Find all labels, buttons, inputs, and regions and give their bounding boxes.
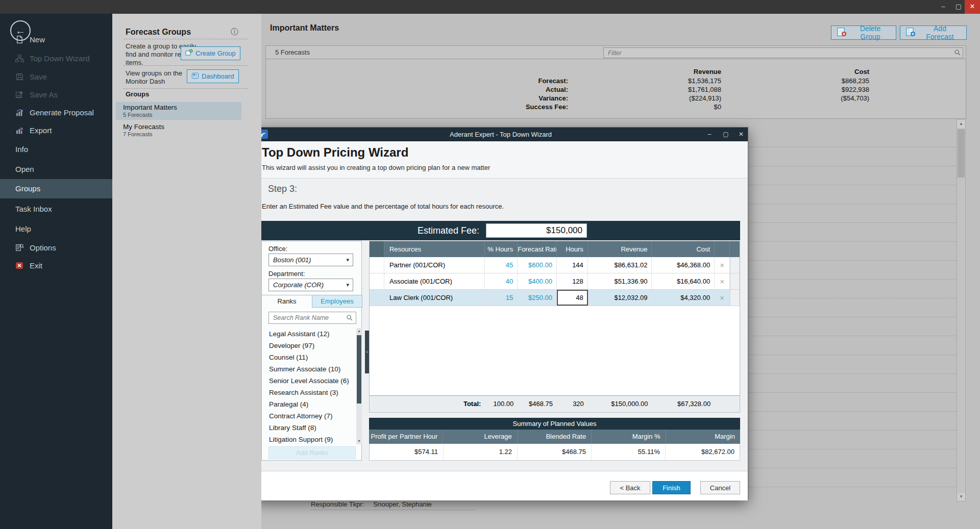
summary-values-row: $574.11 1.22 $468.75 55.11% $82,672.00 [369,444,740,461]
sidebar-item-save[interactable]: Save [0,67,112,87]
department-dropdown[interactable]: Corporate (COR) ▾ [268,279,353,291]
info-icon[interactable]: ⓘ [231,27,238,37]
delete-row-icon[interactable]: × [720,261,724,269]
divider [311,510,475,510]
sidebar-item-options[interactable]: Options [0,238,112,258]
sidebar-item-top-down-wizard[interactable]: Top Down Wizard [0,49,112,68]
estimated-fee-label: Estimated Fee: [418,221,479,240]
sidebar-item-info[interactable]: Info [0,140,112,159]
dashboard-hint: View groups on the Monitor Dash [126,69,182,86]
forecast-rate-cell[interactable]: $250.00 [518,290,557,306]
wizard-title: Top Down Pricing Wizard [262,145,408,160]
hours-cell-focused[interactable]: 48 [557,290,588,306]
scrollbar-thumb[interactable] [357,335,361,404]
tab-employees[interactable]: Employees [312,295,362,308]
sidebar-item-generate-proposal[interactable]: Generate Proposal [0,103,112,122]
sidebar-item-task-inbox[interactable]: Task Inbox [0,199,112,219]
office-dropdown[interactable]: Boston (001) ▾ [268,254,353,266]
scroll-up-icon[interactable]: ▲ [957,120,965,128]
list-item[interactable]: Paralegal (4) [262,398,356,410]
list-item[interactable]: Counsel (11) [262,351,356,363]
table-row: Actual: $1,761,088 $922,938 $838,150 47.… [266,86,967,94]
dialog-maximize-button[interactable]: ▢ [719,128,732,141]
maximize-icon: ▢ [955,3,962,10]
office-label: Office: [268,245,287,253]
filter-input[interactable] [603,47,963,58]
scroll-up-icon[interactable]: ▲ [356,328,362,334]
delete-row-icon[interactable]: × [720,293,724,302]
window-minimize-button[interactable]: – [936,0,951,14]
main-vertical-scrollbar[interactable]: ▲ ▼ [957,119,966,501]
table-row[interactable]: Associate (001/COR) 40 $400.00 128 $51,3… [370,273,740,290]
finish-button[interactable]: Finish [652,481,691,494]
dialog-minimize-button[interactable]: – [703,128,716,141]
rank-search-input[interactable] [269,312,346,323]
sidebar-item-new[interactable]: New [0,30,112,49]
back-button[interactable]: < Back [610,481,650,494]
rank-list-scrollbar[interactable]: ▲ ▼ [356,328,362,444]
screen: – ▢ ✕ ← New Top Down Wizard Save [0,0,980,529]
sidebar-item-help[interactable]: Help [0,219,112,239]
department-label: Department: [268,270,305,278]
sidebar-item-save-as[interactable]: Save As [0,85,112,105]
pct-hours-cell[interactable]: 15 [485,290,518,306]
responsible-tkpr-row: Responsible Tkpr: Snooper, Stephanie [311,500,432,508]
window-titlebar: – ▢ ✕ [0,0,980,14]
table-row-selected[interactable]: Law Clerk (001/COR) 15 $250.00 48 $12,03… [370,290,740,306]
cancel-button[interactable]: Cancel [700,481,740,494]
forecast-rate-cell[interactable]: $400.00 [518,273,557,289]
group-item-my-forecasts[interactable]: My Forecasts 7 Forecasts [116,121,241,139]
resource-table-total-row: Total: 100.00 $468.75 320 $150,000.00 $6… [370,395,740,412]
group-item-important-matters[interactable]: Important Matters 5 Forecasts [116,102,241,120]
list-item[interactable]: Research Assistant (3) [262,387,356,398]
collapse-panel-handle[interactable]: ‹ [365,331,369,373]
step-instruction: Enter an Estimated Fee value and the per… [262,203,504,210]
search-icon[interactable] [954,49,961,56]
wizard-header: Top Down Pricing Wizard This wizard will… [254,141,748,179]
list-item[interactable]: Legal Assistant (12) [262,328,356,340]
close-icon: ✕ [970,3,975,10]
minimize-icon: – [941,3,945,10]
sidebar-item-export[interactable]: Export [0,121,112,140]
list-item[interactable]: Library Staff (8) [262,422,356,434]
table-header-row: Revenue Cost Profit GM% Hours [266,68,967,77]
estimated-fee-input[interactable] [486,223,587,238]
pct-hours-cell[interactable]: 45 [485,257,518,273]
sidebar-item-groups[interactable]: Groups [0,179,112,198]
scroll-down-icon[interactable]: ▼ [356,438,362,444]
dashboard-button[interactable]: Dashboard [187,69,239,83]
list-item[interactable]: Contract Attorney (7) [262,410,356,422]
resource-selection-panel: Office: Boston (001) ▾ Department: Corpo… [261,241,362,461]
search-icon[interactable] [346,314,353,321]
list-item[interactable]: Developer (97) [262,340,356,351]
top-down-wizard-dialog: Aderant Expert - Top Down Wizard – ▢ ✕ T… [253,127,748,500]
delete-group-button[interactable]: Delete Group [831,26,896,40]
scrollbar-thumb[interactable] [958,129,965,178]
dialog-titlebar[interactable]: Aderant Expert - Top Down Wizard – ▢ ✕ [254,128,748,141]
step-label: Step 3: [268,184,297,194]
list-item[interactable]: Summer Associate (10) [262,363,356,375]
add-forecast-button[interactable]: Add Forecast [900,26,967,40]
sidebar-item-open[interactable]: Open [0,160,112,179]
create-group-button[interactable]: Create Group [181,46,240,60]
delete-row-icon[interactable]: × [720,277,724,286]
window-close-button[interactable]: ✕ [965,0,980,14]
tab-ranks[interactable]: Ranks [262,295,312,308]
forecast-count: 5 Forecasts [275,48,310,56]
sidebar-item-exit[interactable]: Exit [0,256,112,275]
add-ranks-button[interactable]: Add Ranks [268,446,356,459]
divider [124,65,248,66]
list-item[interactable]: Senior Level Associate (6) [262,375,356,387]
delete-group-icon [837,27,847,39]
list-item[interactable]: Litigation Support (9) [262,434,356,445]
rank-search-box [268,312,356,324]
forecast-rate-cell[interactable]: $600.00 [518,257,557,273]
window-maximize-button[interactable]: ▢ [951,0,966,14]
dashboard-icon [191,72,199,81]
scroll-down-icon[interactable]: ▼ [957,493,965,501]
pct-hours-cell[interactable]: 40 [485,273,518,289]
row-indicator [370,257,384,273]
divider [124,39,248,39]
dialog-close-button[interactable]: ✕ [734,128,748,141]
table-row[interactable]: Partner (001/COR) 45 $600.00 144 $86,631… [370,257,740,273]
